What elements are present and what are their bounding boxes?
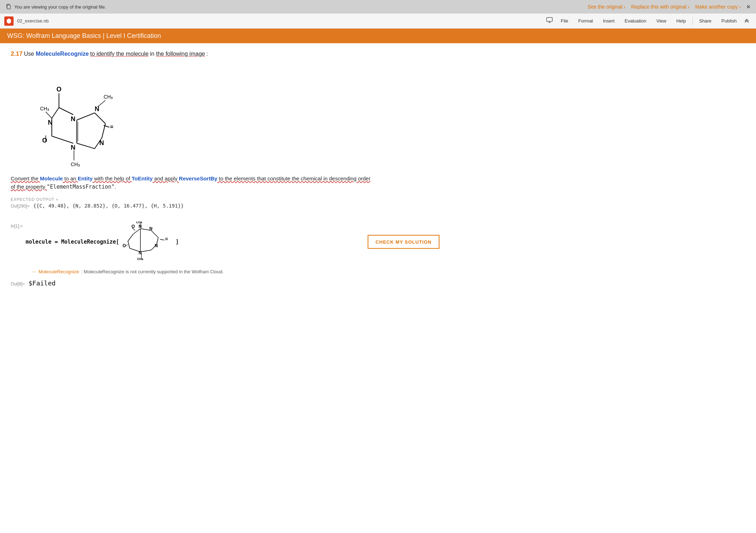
svg-line-7 [46, 112, 52, 118]
in-label: In[1]:= [11, 221, 23, 229]
wolfram-logo [4, 16, 14, 26]
filename: 02_exercise.nb [17, 18, 49, 24]
collapse-icon[interactable] [742, 15, 752, 26]
reversesortby-keyword: ReverseSortBy [179, 175, 218, 181]
close-button[interactable]: × [746, 3, 750, 11]
svg-text:O: O [56, 86, 61, 93]
molecule-image-large: O N CH₃ N O N CH₃ [32, 65, 447, 168]
toentity-keyword: ToEntity [132, 175, 153, 181]
input-cell: In[1]:= molecule = MoleculeRecognize[ [11, 221, 447, 262]
check-my-solution-button[interactable]: CHECK MY SOLUTION [368, 235, 439, 249]
failed-output-value: $Failed [29, 279, 56, 287]
error-message: ··· MoleculeRecognize : MoleculeRecogniz… [32, 269, 447, 274]
expected-output-row: Out[290]= {{C, 49.48}, {N, 28.852}, {O, … [11, 203, 447, 209]
molecule-recognize-keyword: MoleculeRecognize [36, 51, 89, 57]
out-label: Out[290]= [11, 204, 30, 209]
svg-text:N: N [99, 139, 104, 146]
svg-text:N: N [139, 250, 142, 255]
notification-bar: You are viewing your copy of the origina… [0, 0, 756, 14]
svg-text:=: = [110, 124, 113, 130]
see-original-link[interactable]: See the original › [588, 4, 626, 10]
molecule-keyword: Molecule [40, 175, 63, 181]
menu-bar: File Format Insert Evaluation View Help [556, 15, 691, 26]
out8-label: Out[8]= [11, 282, 25, 287]
inline-molecule: O O N N N N CH₃ CH₃ = [121, 221, 174, 262]
svg-text:O: O [42, 137, 47, 144]
publish-button[interactable]: Publish [716, 15, 742, 26]
svg-text:N: N [71, 144, 75, 151]
notif-left: You are viewing your copy of the origina… [6, 4, 106, 10]
make-copy-link[interactable]: Make another copy › [695, 4, 741, 10]
exercise-header: 2.17 Use MoleculeRecognize to identify t… [11, 50, 447, 58]
svg-line-32 [128, 241, 130, 248]
svg-text:CH₃: CH₃ [137, 257, 143, 261]
svg-line-23 [98, 100, 105, 107]
file-copy-icon [6, 4, 11, 10]
main-content: 2.17 Use MoleculeRecognize to identify t… [0, 43, 457, 301]
menu-view[interactable]: View [651, 15, 671, 26]
menu-help[interactable]: Help [671, 15, 691, 26]
convert-description: Convert the Molecule to an Entity with t… [11, 175, 447, 181]
error-text: : MoleculeRecognize is not currently sup… [81, 269, 224, 274]
code-post: ] [176, 239, 179, 245]
svg-text:CH₃: CH₃ [71, 161, 80, 167]
svg-text:O: O [131, 224, 135, 229]
svg-line-35 [140, 250, 151, 252]
svg-text:N: N [155, 243, 158, 248]
presentation-icon[interactable] [546, 16, 553, 25]
svg-text:N: N [149, 226, 153, 231]
svg-text:N: N [71, 115, 75, 123]
svg-text:CH₃: CH₃ [40, 106, 49, 111]
entity-keyword: Entity [78, 175, 93, 181]
svg-line-5 [52, 108, 59, 118]
convert-description-line2: of the property "ElementMassFraction". [11, 184, 447, 190]
svg-text:CH₃: CH₃ [136, 221, 142, 224]
toolbar-divider [692, 17, 693, 25]
header-bar: WSG: Wolfram Language Basics | Level I C… [0, 29, 756, 43]
notif-message: You are viewing your copy of the origina… [14, 4, 106, 10]
caffeine-structure-small: O O N N N N CH₃ CH₃ = [121, 221, 174, 261]
svg-line-18 [77, 143, 95, 149]
menu-insert[interactable]: Insert [598, 15, 620, 26]
toolbar: 02_exercise.nb File Format Insert Evalua… [0, 14, 756, 29]
menu-evaluation[interactable]: Evaluation [620, 15, 651, 26]
svg-rect-0 [7, 5, 10, 9]
replace-original-link[interactable]: Replace this with original › [631, 4, 689, 10]
share-button[interactable]: Share [694, 15, 717, 26]
svg-line-52 [160, 239, 164, 240]
exercise-number: 2.17 [11, 50, 23, 57]
header-title: WSG: Wolfram Language Basics | Level I C… [7, 32, 161, 39]
svg-rect-1 [547, 18, 552, 21]
menu-file[interactable]: File [556, 15, 573, 26]
svg-line-17 [77, 113, 95, 120]
svg-text:CH₃: CH₃ [104, 94, 113, 100]
svg-text:N: N [139, 224, 142, 229]
svg-line-11 [52, 136, 73, 143]
notif-right: See the original › Replace this with ori… [588, 3, 750, 11]
svg-line-36 [151, 230, 158, 238]
error-function-name: MoleculeRecognize [39, 269, 79, 274]
expected-output-toggle[interactable]: EXPECTED OUTPUT » [11, 197, 447, 201]
error-bullet: ··· [32, 269, 36, 274]
svg-line-31 [128, 234, 133, 241]
expected-output-value: {{C, 49.48}, {N, 28.852}, {O, 16.477}, {… [33, 203, 184, 209]
failed-output-row: Out[8]= $Failed [11, 277, 447, 287]
svg-line-30 [133, 229, 140, 234]
menu-format[interactable]: Format [573, 15, 598, 26]
svg-text:N: N [95, 105, 99, 113]
svg-line-19 [95, 113, 105, 124]
svg-text:=: = [165, 236, 168, 242]
svg-line-4 [59, 108, 73, 115]
caffeine-structure-large: O N CH₃ N O N CH₃ [32, 65, 132, 168]
code-pre: molecule = MoleculeRecognize[ [26, 239, 119, 245]
